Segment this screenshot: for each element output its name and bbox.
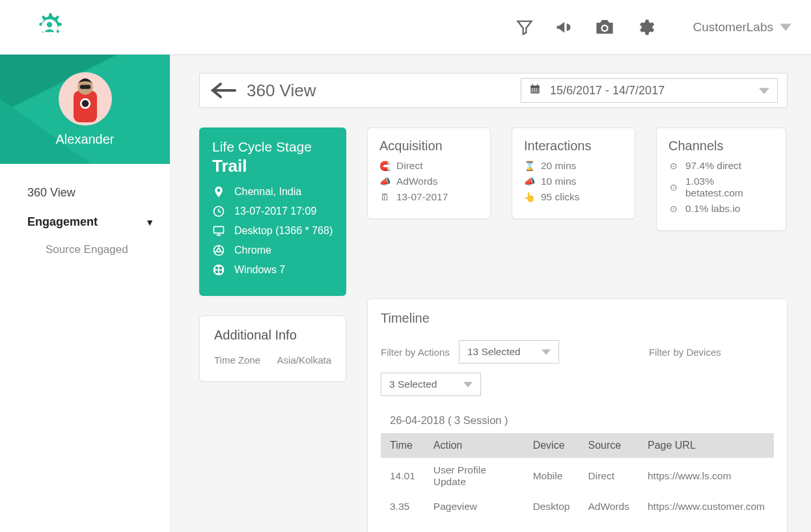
timezone-label: Time Zone [214,354,260,366]
lifecycle-datetime: 13-07-2017 17:09 [234,206,316,217]
megaphone-icon: 📣 [379,176,390,187]
channels-heading: Channels [668,139,774,153]
table-header-row: Time Action Device Source Page URL [381,433,774,458]
camera-icon[interactable] [594,18,616,36]
cell-action: User Profile Update [424,458,524,494]
caret-down-icon: ▼ [145,217,154,228]
monitor-icon [212,224,225,237]
additional-heading: Additional Info [214,328,331,343]
date-range-value: 15/6/2017 - 14/7/2017 [550,84,665,98]
sidebar-nav: 360 View Engagement ▼ Source Engaged [0,164,170,263]
lifecycle-browser: Chrome [234,245,271,256]
filter-devices-label: Filter by Devices [649,347,721,358]
session-header: 26-04-2018 ( 3 Session ) [390,414,774,427]
svg-rect-17 [532,90,534,92]
avatar [59,72,112,126]
sidebar-item-label: 360 View [27,186,76,200]
sidebar-item-engagement[interactable]: Engagement ▼ [0,207,170,237]
channels-item: 0.1% labs.io [685,203,740,215]
profile-name: Alexander [55,132,114,147]
lifecycle-heading: Life Cycle Stage [212,139,333,155]
title-bar: 360 View 15/6/2017 - 14/7/2017 [199,73,788,108]
timezone-value: Asia/Kolkata [277,354,331,366]
svg-rect-14 [532,88,534,90]
sidebar-item-label: Engagement [27,215,98,229]
timeline-heading: Timeline [381,311,774,326]
cell-time: 3.35 [381,494,424,519]
windows-icon [212,263,225,276]
profile-hero: Alexander [0,55,170,164]
cell-source: Direct [579,458,639,494]
back-button[interactable] [206,79,244,102]
gear-icon[interactable] [637,18,655,36]
account-label: CustomerLabs [693,20,773,34]
svg-rect-27 [215,267,218,269]
interactions-card: Interactions ⌛20 mins 📣10 mins 👆95 click… [512,127,635,219]
channels-item: 97.4% direct [685,160,741,172]
svg-rect-29 [215,271,218,273]
table-row[interactable]: 14.01 User Profile Update Mobile Direct … [381,458,774,494]
filter-devices-select[interactable]: 3 Selected [381,373,481,396]
acquisition-item: Direct [396,160,422,172]
timeline-filters: Filter by Actions 13 Selected Filter by … [381,340,774,396]
caret-down-icon [463,379,473,390]
svg-rect-21 [214,226,224,233]
calendar-icon [529,83,541,98]
svg-rect-30 [219,271,222,273]
interactions-item: 95 clicks [541,191,579,203]
megaphone-icon[interactable] [555,18,573,36]
calendar-icon: 🗓 [379,192,390,202]
gear-person-icon [33,10,66,44]
account-dropdown[interactable]: CustomerLabs [693,20,791,34]
sidebar: Alexander 360 View Engagement ▼ Source E… [0,55,171,532]
summary-cards: Life Cycle Stage Trail Chennai, India 13… [199,127,788,296]
filter-actions-label: Filter by Actions [381,347,450,358]
circle-dot-icon: ⊙ [668,182,679,193]
col-page-url: Page URL [639,433,774,458]
cell-device: Desktop [524,494,579,519]
svg-point-1 [47,21,52,27]
hourglass-icon: ⌛ [524,161,534,171]
table-row[interactable]: 3.35 Pageview Desktop AdWords https://ww… [381,494,774,519]
interactions-heading: Interactions [524,139,623,153]
acquisition-item: AdWords [396,176,437,187]
sidebar-item-360-view[interactable]: 360 View [0,178,170,207]
sidebar-subitem-source-engaged[interactable]: Source Engaged [0,237,170,263]
svg-rect-28 [219,267,222,269]
svg-point-3 [603,26,607,30]
caret-down-icon [542,346,551,358]
svg-rect-19 [536,90,538,92]
megaphone-icon: 📣 [524,176,534,187]
pin-icon [212,185,225,198]
svg-rect-12 [532,84,534,86]
circle-dot-icon: ⊙ [668,204,679,214]
main-content: 360 View 15/6/2017 - 14/7/2017 Life Cycl… [171,55,811,532]
lifecycle-device: Desktop (1366 * 768) [234,225,333,237]
interactions-item: 10 mins [541,176,576,187]
date-range-select[interactable]: 15/6/2017 - 14/7/2017 [521,78,778,103]
col-device: Device [524,433,579,458]
svg-point-26 [213,265,225,276]
svg-rect-15 [534,88,536,90]
timeline-table: Time Action Device Source Page URL 14.01… [381,433,774,519]
filter-actions-value: 13 Selected [467,346,521,358]
topbar: CustomerLabs [0,0,811,55]
interactions-item: 20 mins [541,160,576,172]
cell-url: https://www.customer.com [639,494,774,519]
additional-info-card: Additional Info Time Zone Asia/Kolkata [199,315,346,382]
filter-devices-value: 3 Selected [389,379,437,390]
timeline-card: Timeline Filter by Actions 13 Selected F… [367,299,788,532]
acquisition-item: 13-07-2017 [396,191,448,203]
svg-rect-13 [537,84,538,86]
lifecycle-card: Life Cycle Stage Trail Chennai, India 13… [199,127,346,296]
browser-icon [212,244,225,257]
app-logo [33,10,66,44]
caret-down-icon [759,84,769,98]
lifecycle-stage: Trail [212,156,333,176]
filter-actions-select[interactable]: 13 Selected [459,340,559,364]
filter-icon[interactable] [515,18,534,36]
lifecycle-os: Windows 7 [234,264,285,276]
page-title: 360 View [247,81,316,101]
channels-card: Channels ⊙97.4% direct ⊙1.03% betatest.c… [656,127,786,231]
lifecycle-location: Chennai, India [234,186,301,198]
